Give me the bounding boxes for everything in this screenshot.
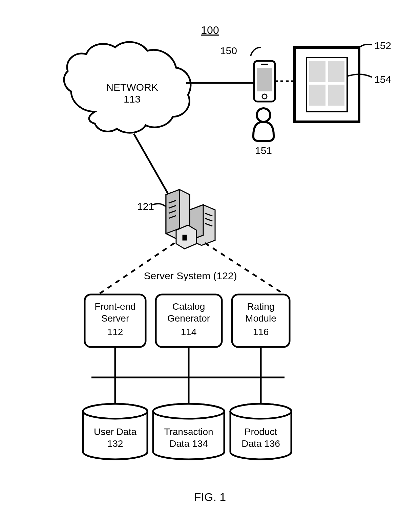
svg-rect-1 xyxy=(257,68,272,91)
svg-text:Module: Module xyxy=(245,313,276,324)
network-cloud: NETWORK 113 xyxy=(64,42,191,133)
user-number: 151 xyxy=(255,145,272,156)
svg-text:Catalog: Catalog xyxy=(172,301,205,312)
dashed-expand-right xyxy=(205,243,285,294)
phone-icon xyxy=(254,61,275,102)
svg-text:Product: Product xyxy=(245,426,277,437)
figure-number: 100 xyxy=(201,24,219,36)
svg-rect-9 xyxy=(328,85,344,106)
svg-point-10 xyxy=(257,108,270,122)
poster-number: 152 xyxy=(374,40,391,51)
user-icon xyxy=(253,108,274,141)
svg-rect-23 xyxy=(183,235,186,240)
callout-poster xyxy=(359,44,372,47)
svg-point-41 xyxy=(153,404,224,419)
server-number: 121 xyxy=(137,201,154,212)
svg-text:Generator: Generator xyxy=(167,313,210,324)
svg-text:112: 112 xyxy=(107,327,123,337)
svg-text:Front-end: Front-end xyxy=(94,301,135,312)
svg-text:Rating: Rating xyxy=(247,301,275,312)
svg-text:Transaction: Transaction xyxy=(164,426,213,437)
catalog-number: 154 xyxy=(374,74,391,85)
dashed-expand-left xyxy=(98,243,174,294)
svg-point-45 xyxy=(230,404,291,419)
server-system-label: Server System (122) xyxy=(144,270,237,281)
svg-text:116: 116 xyxy=(253,327,269,337)
svg-text:Data 136: Data 136 xyxy=(241,438,280,449)
phone-number: 150 xyxy=(220,45,237,56)
server-icon xyxy=(166,190,215,249)
svg-text:User Data: User Data xyxy=(94,426,136,437)
svg-rect-6 xyxy=(309,61,326,82)
callout-phone xyxy=(251,47,261,56)
network-label: NETWORK xyxy=(106,82,158,93)
svg-rect-3 xyxy=(261,64,268,65)
svg-text:132: 132 xyxy=(107,438,123,449)
svg-text:Server: Server xyxy=(101,313,129,324)
db-product: Product Data 136 xyxy=(230,404,291,459)
module-rating: Rating Module 116 xyxy=(232,294,290,347)
svg-point-37 xyxy=(83,404,147,419)
module-frontend: Front-end Server 112 xyxy=(85,294,146,347)
db-userdata: User Data 132 xyxy=(83,404,147,459)
db-transaction: Transaction Data 134 xyxy=(153,404,224,459)
poster-icon xyxy=(295,47,359,122)
figure-caption: FIG. 1 xyxy=(194,490,226,503)
svg-rect-7 xyxy=(328,61,344,82)
line-network-server xyxy=(134,134,171,199)
svg-text:114: 114 xyxy=(181,327,197,337)
network-number: 113 xyxy=(124,93,141,105)
callout-server xyxy=(152,204,166,206)
module-catalog-generator: Catalog Generator 114 xyxy=(156,294,222,347)
svg-text:Data 134: Data 134 xyxy=(169,438,208,449)
svg-rect-8 xyxy=(309,85,326,106)
